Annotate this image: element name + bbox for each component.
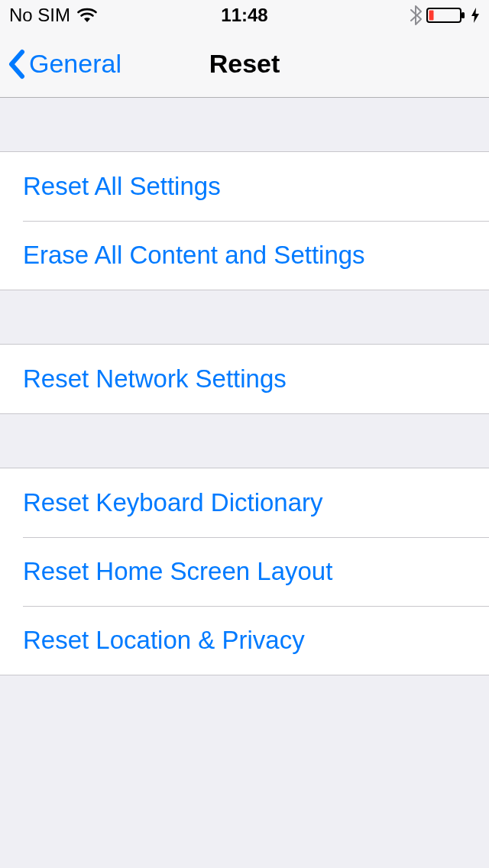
battery-icon [426,7,466,24]
back-label: General [29,49,121,79]
group-1: Reset All Settings Erase All Content and… [0,151,489,290]
carrier-label: No SIM [9,5,70,26]
back-button[interactable]: General [8,49,121,79]
content: Reset All Settings Erase All Content and… [0,151,489,675]
page-title: Reset [209,49,280,79]
row-label: Reset Keyboard Dictionary [23,488,323,517]
nav-bar: General Reset [0,31,489,98]
row-label: Reset Location & Privacy [23,626,305,655]
chevron-left-icon [8,49,26,79]
reset-network-settings-button[interactable]: Reset Network Settings [0,345,489,413]
svg-rect-2 [429,11,434,21]
charging-icon [471,7,480,24]
reset-home-screen-layout-button[interactable]: Reset Home Screen Layout [0,537,489,606]
row-label: Erase All Content and Settings [23,241,365,270]
svg-rect-1 [461,12,465,18]
group-3: Reset Keyboard Dictionary Reset Home Scr… [0,468,489,675]
reset-location-privacy-button[interactable]: Reset Location & Privacy [0,606,489,675]
status-time: 11:48 [221,5,267,26]
status-bar: No SIM 11:48 [0,0,489,31]
reset-keyboard-dictionary-button[interactable]: Reset Keyboard Dictionary [0,468,489,537]
group-2: Reset Network Settings [0,344,489,414]
row-label: Reset Network Settings [23,364,287,394]
row-label: Reset Home Screen Layout [23,557,332,586]
bluetooth-icon [410,5,422,25]
reset-all-settings-button[interactable]: Reset All Settings [0,152,489,221]
erase-all-content-button[interactable]: Erase All Content and Settings [0,221,489,290]
wifi-icon [76,7,98,24]
status-left: No SIM [9,5,98,26]
row-label: Reset All Settings [23,172,221,201]
status-right [410,5,480,25]
